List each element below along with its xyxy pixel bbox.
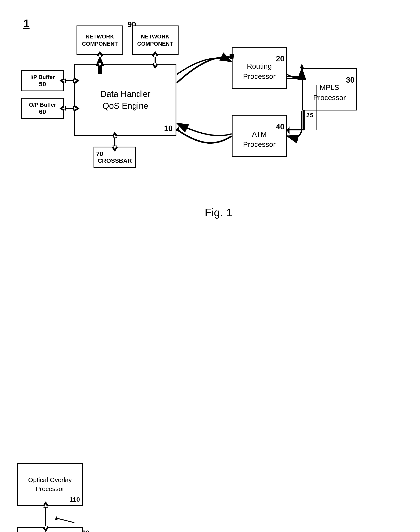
svg-line-57 <box>57 518 75 523</box>
routing-proc-num: 20 <box>276 54 286 63</box>
label-15: 15 <box>306 112 313 119</box>
mpls-proc-num: 30 <box>346 76 356 85</box>
op-buffer-label: O/P Buffer <box>29 101 56 108</box>
figure-1: 1 90 NETWORKCOMPONENT NETWORKCOMPONENT I… <box>9 9 420 231</box>
crossbar-label: CROSSBAR <box>98 158 132 164</box>
ppp-deframer-row: PPP / Deframer 120 <box>18 528 82 532</box>
atm-proc-label: ATMProcessor <box>243 129 275 149</box>
opt-overlay-num: 110 <box>69 496 80 503</box>
network-component-2: NETWORKCOMPONENT <box>132 26 179 55</box>
main-container: 1 90 NETWORKCOMPONENT NETWORKCOMPONENT I… <box>0 0 420 532</box>
optical-overlay-processor-box: Optical OverlayProcessor 110 <box>17 463 83 506</box>
system-number: 1 <box>23 17 30 30</box>
opt-overlay-label: Optical OverlayProcessor <box>28 475 72 493</box>
svg-marker-58 <box>55 516 59 520</box>
op-buffer-box: O/P Buffer 60 <box>21 98 64 119</box>
routing-proc-label: RoutingProcessor <box>243 61 275 81</box>
fig1-caption: Fig. 1 <box>205 206 232 219</box>
mpls-processor-box: 30 MPLSProcessor <box>302 68 357 111</box>
crossbar-num: 70 <box>94 150 103 158</box>
ip-buffer-box: I/P Buffer 50 <box>21 70 64 91</box>
network-component-1: NETWORKCOMPONENT <box>76 26 123 55</box>
mpls-proc-label: MPLSProcessor <box>313 82 345 103</box>
atm-proc-num: 40 <box>276 122 286 131</box>
atm-processor-box: 40 ATMProcessor <box>232 115 287 157</box>
data-handler-num: 10 <box>164 124 173 133</box>
data-handler-box: Data HandlerQoS Engine 10 <box>75 64 176 136</box>
svg-marker-27 <box>300 64 304 68</box>
net-comp-1-label: NETWORKCOMPONENT <box>82 33 118 48</box>
routing-processor-box: 20 RoutingProcessor <box>232 47 287 89</box>
op-buffer-num: 60 <box>39 108 46 115</box>
module-stack: PPP / Deframer 120 Dispatcher(Programmab… <box>17 527 83 532</box>
net-comp-2-label: NETWORKCOMPONENT <box>137 33 173 48</box>
svg-marker-35 <box>287 126 289 134</box>
data-handler-label: Data HandlerQoS Engine <box>100 88 150 112</box>
fig1-arrows <box>9 9 420 231</box>
figure-2: Optical OverlayProcessor 110 100 PPP / D… <box>9 457 420 532</box>
crossbar-box: 70 CROSSBAR <box>93 147 136 168</box>
ip-buffer-num: 50 <box>39 81 46 88</box>
ip-buffer-label: I/P Buffer <box>30 74 55 81</box>
